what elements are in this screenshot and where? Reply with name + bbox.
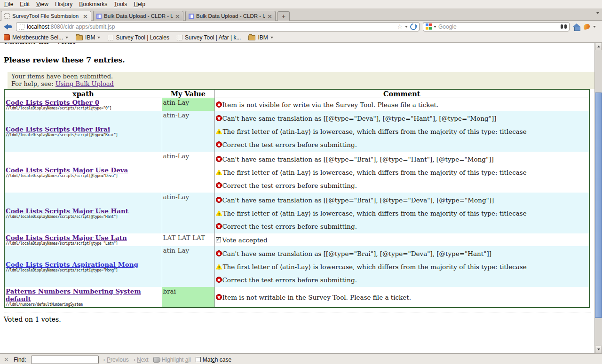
find-input[interactable] [31,356,99,364]
home-icon[interactable] [573,23,580,30]
xpath-link[interactable]: Code Lists Scripts Major Use Latn [6,234,127,241]
menu-view[interactable]: View [33,0,52,8]
xpath-link[interactable]: Code Lists Scripts Major Use Hant [6,207,128,215]
xpath-path: //ldml/localeDisplayNames/scripts/script… [6,268,161,272]
google-logo-icon[interactable] [426,23,432,30]
comment-text: Correct the test errors before submittin… [222,223,357,230]
toolbar-overflow-chevron-icon[interactable] [593,26,596,28]
addon-icon[interactable] [583,23,590,30]
error-icon [216,182,222,188]
menu-bookmarks[interactable]: Bookmarks [76,0,111,8]
scroll-down-arrow-icon [597,349,600,350]
tab-2[interactable]: Bulk Data Upload - CLDR - Un...× [93,11,183,21]
chevron-down-icon [65,37,68,39]
tab-3[interactable]: Bulk Data Upload - CLDR - Un...× [185,11,276,21]
scrollbar-thumb[interactable] [595,93,602,318]
search-engine-chevron-icon[interactable] [434,26,436,28]
comment: The first letter of ⟨atin-Lay⟩ is lowerc… [216,207,588,220]
page-content: Locale: aa - Afar Please review these 7 … [0,43,602,323]
reload-icon[interactable] [409,22,418,31]
xpath-cell: Code Lists Scripts Major Use Latn//ldml/… [4,233,162,246]
warning-icon [216,129,222,134]
vertical-scrollbar[interactable] [594,43,602,353]
url-history-chevron-icon[interactable] [405,26,408,28]
list-all-tabs-chevron-icon[interactable] [596,12,599,14]
tab-title: SurveyTool File Submission | ... [12,13,80,19]
highlight-all-button[interactable]: Highlight all [153,356,191,363]
dotted-divider [4,312,591,312]
page-icon [177,35,182,40]
chevron-down-icon [270,37,273,39]
scroll-up-button[interactable] [595,43,602,50]
comment-text: Item is not writable in the Survey Tool.… [222,294,411,301]
highlighter-icon [153,357,160,363]
comment: Can't have same translation as [[@type="… [216,247,588,260]
xpath-path: //ldml/localeDisplayNames/scripts/script… [6,174,161,178]
menu-history[interactable]: History [52,0,76,8]
comment-text: Can't have same translation as [[@type="… [222,196,494,204]
scroll-down-button[interactable] [595,346,602,353]
comment: Item is not visible for write via the Su… [216,101,588,108]
column-header: My Value [162,89,214,98]
tab-close-icon[interactable]: × [83,13,88,19]
bookmark-item[interactable]: IBM [248,34,273,41]
xpath-cell: Code Lists Scripts Other Brai//ldml/loca… [4,111,162,152]
error-icon [216,250,222,256]
binoculars-icon [561,24,567,29]
error-icon [216,223,222,229]
tab-close-icon[interactable]: × [175,13,180,19]
comment: The first letter of ⟨atin-Lay⟩ is lowerc… [216,125,588,138]
page-title: Please review these 7 entries. [4,55,598,64]
find-close-icon[interactable]: ✕ [4,356,9,363]
using-bulk-upload-link[interactable]: Using Bulk Upload [55,80,114,87]
menu-tools[interactable]: Tools [111,0,130,8]
new-tab-button[interactable] [277,11,290,21]
bookmark-item[interactable]: Survey Tool | Afar | k... [177,34,241,41]
search-placeholder[interactable]: Google [438,23,559,30]
error-icon [216,115,222,121]
find-label: Find: [14,356,26,363]
comment-cell: Can't have same translation as [[@type="… [214,246,589,287]
find-next-button[interactable]: Next [134,356,149,363]
xpath-path: //ldml/numbers/defaultNumberingSystem [6,302,161,307]
comment: Correct the test errors before submittin… [216,220,588,233]
menu-edit[interactable]: Edit [16,0,33,8]
bookmark-item[interactable]: Survey Tool | Locales [108,34,169,41]
url-text[interactable]: localhost:8080/cldr-apps/submit.jsp [27,23,395,30]
menu-help[interactable]: Help [130,0,149,8]
xpath-link[interactable]: Code Lists Scripts Other 0 [6,99,99,106]
bookmark-label: Meistbesuchte Sei... [12,34,63,41]
comment-cell: Item is not writable in the Survey Tool.… [214,287,589,308]
tab-close-icon[interactable]: × [267,13,272,19]
comment: The first letter of ⟨atin-Lay⟩ is lowerc… [216,166,588,179]
cldr-favicon-icon [96,14,102,19]
error-icon [216,277,222,283]
menu-file[interactable]: File [1,0,16,8]
xpath-link[interactable]: Code Lists Scripts Major Use Deva [6,166,128,174]
search-bar[interactable]: Google [423,22,570,31]
back-button[interactable] [4,23,13,31]
column-header: Comment [214,89,589,98]
page-viewport: Locale: aa - Afar Please review these 7 … [0,43,602,353]
comment-text: Correct the test errors before submittin… [222,182,357,189]
xpath-link[interactable]: Code Lists Scripts Other Brai [6,125,110,133]
warning-icon [216,170,222,175]
bookmark-star-icon[interactable]: ☆ [397,23,403,30]
value-cell: atin-Lay [162,193,214,233]
bookmark-label: IBM [85,34,95,41]
bookmark-item[interactable]: IBM [76,34,100,41]
browser-chrome: FileEditViewHistoryBookmarksToolsHelp Su… [0,0,602,43]
url-bar[interactable]: localhost:8080/cldr-apps/submit.jsp ☆ [16,22,420,31]
bookmark-item[interactable]: Meistbesuchte Sei... [4,34,68,41]
tab-1[interactable]: SurveyTool File Submission | ...× [1,11,91,21]
comment: Correct the test errors before submittin… [216,179,588,192]
xpath-link[interactable]: Code Lists Scripts Aspirational Mong [6,261,138,268]
find-previous-button[interactable]: Previous [103,356,129,363]
comment: Item is not writable in the Survey Tool.… [216,294,588,301]
comment-text: The first letter of ⟨atin-Lay⟩ is lowerc… [223,209,527,217]
table-row: Patterns Numbers Numbering System defaul… [4,287,589,308]
match-case-checkbox[interactable]: Match case [196,356,231,363]
tab-strip: SurveyTool File Submission | ...×Bulk Da… [1,11,600,21]
clipped-heading: Locale: aa - Afar [4,43,598,47]
xpath-link[interactable]: Patterns Numbers Numbering System defaul… [6,287,141,302]
